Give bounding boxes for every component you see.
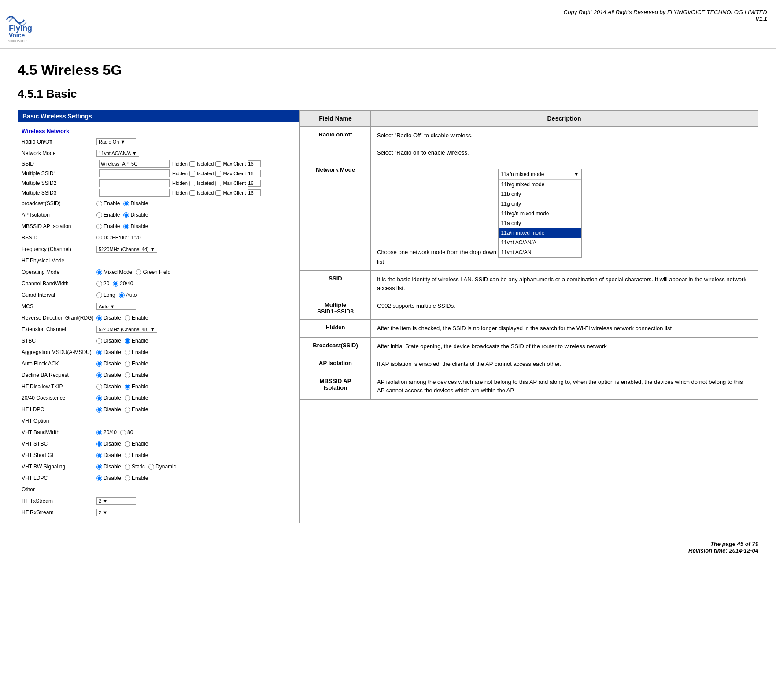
page-wrapper: Flying Voice VoiceoverIP Copy Right 2014… <box>0 0 776 700</box>
ssid3-input[interactable] <box>99 189 170 197</box>
gi-long[interactable]: Long <box>96 292 115 298</box>
bw-2040[interactable]: 20/40 <box>113 280 133 287</box>
tx-stream-value[interactable]: 2 ▼ <box>96 497 296 505</box>
vht-stbc-disable[interactable]: Disable <box>96 441 121 447</box>
vht-ldpc-label: VHT LDPC <box>22 475 96 481</box>
dropdown-item[interactable]: 11vht AC/AN/A <box>499 238 581 247</box>
maxclient-label-4: Max Client <box>223 190 246 195</box>
tkip-label: HT Disallow TKIP <box>22 383 96 390</box>
network-mode-value[interactable]: 11vht AC/AN/A ▼ <box>96 150 296 157</box>
hidden-checkbox[interactable] <box>189 161 195 167</box>
amsdu-disable[interactable]: Disable <box>96 349 121 355</box>
vht-bw-sig-dynamic[interactable]: Dynamic <box>148 464 176 470</box>
stbc-enable[interactable]: Enable <box>125 338 148 344</box>
rdg-enable[interactable]: Enable <box>125 315 148 321</box>
stbc-disable[interactable]: Disable <box>96 338 121 344</box>
tkip-enable[interactable]: Enable <box>125 383 148 390</box>
ack-enable[interactable]: Enable <box>125 361 148 367</box>
ssid-input[interactable] <box>99 160 170 168</box>
hidden-checkbox-2[interactable] <box>189 171 195 177</box>
rx-stream-select[interactable]: 2 ▼ <box>96 509 136 516</box>
vht-sgi-enable[interactable]: Enable <box>125 452 148 458</box>
vht-ldpc-enable[interactable]: Enable <box>125 475 148 481</box>
maxclient-input-1[interactable] <box>248 160 261 167</box>
vht-ldpc-disable[interactable]: Disable <box>96 475 121 481</box>
hidden-checkbox-4[interactable] <box>189 190 195 196</box>
field-name-ssid: SSID <box>300 271 371 297</box>
vht-sgi-value: Disable Enable <box>96 452 296 458</box>
network-mode-select[interactable]: 11vht AC/AN/A ▼ <box>96 150 139 157</box>
isolated-checkbox-3[interactable] <box>215 181 221 186</box>
vht-stbc-label: VHT STBC <box>22 441 96 447</box>
amsdu-enable[interactable]: Enable <box>125 349 148 355</box>
vht-sgi-label: VHT Short GI <box>22 452 96 458</box>
ht-ldpc-disable[interactable]: Disable <box>96 406 121 413</box>
ext-ch-select[interactable]: 5240MHz (Channel 48) ▼ <box>96 326 157 333</box>
other-label: Other <box>22 486 96 493</box>
rx-stream-value[interactable]: 2 ▼ <box>96 509 296 516</box>
svg-text:VoiceoverIP: VoiceoverIP <box>8 39 27 42</box>
bw-20[interactable]: 20 <box>96 280 109 287</box>
dropdown-item[interactable]: 11b/g mixed mode <box>499 180 581 189</box>
vht-bw-sig-static[interactable]: Static <box>125 464 145 470</box>
field-name-hidden: Hidden <box>300 320 371 338</box>
operating-mixed[interactable]: Mixed Mode <box>96 269 132 275</box>
vht-ldpc-value: Disable Enable <box>96 475 296 481</box>
mcs-value[interactable]: Auto ▼ <box>96 303 296 310</box>
table-row: AP Isolation If AP isolation is enabled,… <box>300 355 758 373</box>
radio-onoff-select[interactable]: Radio On ▼ <box>96 138 136 145</box>
mbssid-disable[interactable]: Disable <box>123 223 148 229</box>
dropdown-item[interactable]: 11b/g/n mixed mode <box>499 209 581 218</box>
dropdown-item-selected[interactable]: 11a/n mixed mode <box>499 228 581 238</box>
ssid2-input[interactable] <box>99 179 170 187</box>
stbc-label: STBC <box>22 338 96 344</box>
hidden-checkbox-3[interactable] <box>189 181 195 186</box>
ack-disable[interactable]: Disable <box>96 361 121 367</box>
ht-ldpc-enable[interactable]: Enable <box>125 406 148 413</box>
vht-bw-80[interactable]: 80 <box>120 429 133 435</box>
freq-value[interactable]: 5220MHz (Channel 44) ▼ <box>96 246 296 253</box>
vht-option-label: VHT Option <box>22 418 96 424</box>
coex-enable[interactable]: Enable <box>125 395 148 401</box>
decline-ba-disable[interactable]: Disable <box>96 372 121 378</box>
tkip-disable[interactable]: Disable <box>96 383 121 390</box>
col-desc-header: Description <box>371 111 758 127</box>
rdg-disable[interactable]: Disable <box>96 315 121 321</box>
maxclient-input-2[interactable] <box>248 170 261 177</box>
freq-select[interactable]: 5220MHz (Channel 44) ▼ <box>96 246 157 253</box>
dropdown-item[interactable]: 11vht AC/AN <box>499 247 581 257</box>
vht-bw-sig-disable[interactable]: Disable <box>96 464 121 470</box>
mcs-select[interactable]: Auto ▼ <box>96 303 136 310</box>
maxclient-input-4[interactable] <box>248 189 261 196</box>
dropdown-item[interactable]: 11a only <box>499 218 581 228</box>
amsdu-value: Disable Enable <box>96 349 296 355</box>
dropdown-item[interactable]: 11b only <box>499 189 581 199</box>
broadcast-enable[interactable]: Enable <box>96 200 120 206</box>
operating-mode-value: Mixed Mode Green Field <box>96 269 296 275</box>
tx-stream-select[interactable]: 2 ▼ <box>96 497 136 505</box>
isolated-checkbox-2[interactable] <box>215 171 221 177</box>
vht-stbc-enable[interactable]: Enable <box>125 441 148 447</box>
radio-onoff-value[interactable]: Radio On ▼ <box>96 138 296 145</box>
coex-disable[interactable]: Disable <box>96 395 121 401</box>
maxclient-label-2: Max Client <box>223 171 246 176</box>
ssid1-input[interactable] <box>99 169 170 177</box>
logo-area: Flying Voice VoiceoverIP <box>4 4 57 44</box>
operating-green[interactable]: Green Field <box>136 269 170 275</box>
isolated-checkbox-1[interactable] <box>215 161 221 167</box>
mbssid-enable[interactable]: Enable <box>96 223 120 229</box>
ext-ch-value[interactable]: 5240MHz (Channel 48) ▼ <box>96 326 296 333</box>
amsdu-label: Aggregation MSDU(A-MSDU) <box>22 349 96 355</box>
table-row: MultipleSSID1~SSID3 G902 supports multip… <box>300 297 758 320</box>
ap-isolation-disable[interactable]: Disable <box>123 212 148 218</box>
ap-isolation-enable[interactable]: Enable <box>96 212 120 218</box>
dropdown-item[interactable]: 11g only <box>499 199 581 209</box>
gi-auto[interactable]: Auto <box>119 292 137 298</box>
decline-ba-enable[interactable]: Enable <box>125 372 148 378</box>
ssid1-label: Multiple SSID1 <box>22 170 96 177</box>
vht-sgi-disable[interactable]: Disable <box>96 452 121 458</box>
broadcast-disable[interactable]: Disable <box>123 200 148 206</box>
maxclient-input-3[interactable] <box>248 180 261 187</box>
vht-bw-2040[interactable]: 20/40 <box>96 429 117 435</box>
isolated-checkbox-4[interactable] <box>215 190 221 196</box>
